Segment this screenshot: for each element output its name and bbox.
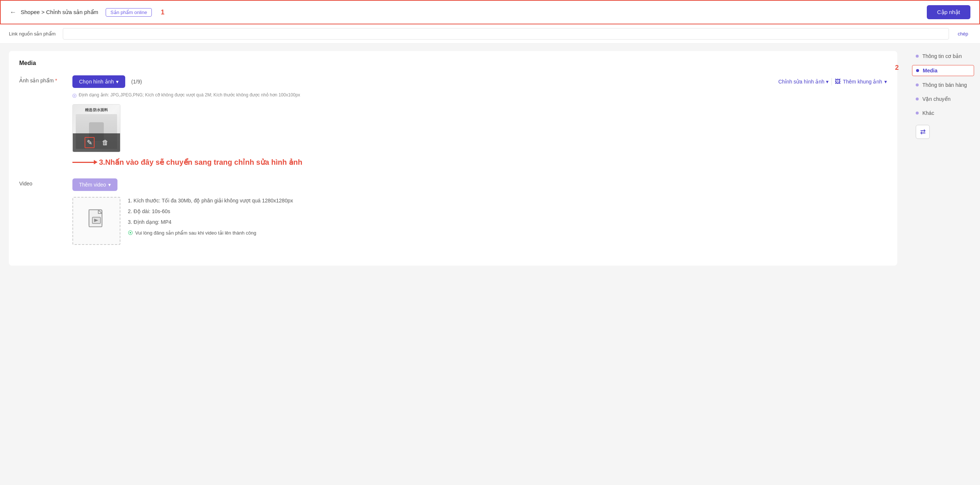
video-info-content: 1. Kích thước: Tối đa 30Mb, độ phân giải… <box>128 197 293 236</box>
arrow-annotation: 3.Nhấn vào đây sẽ chuyển sang trang chỉn… <box>72 158 887 167</box>
header-left: ← Shopee > Chỉnh sửa sản phẩm Sản phẩm o… <box>10 8 164 17</box>
link-row-input[interactable] <box>63 28 949 40</box>
video-info-item-3: 3. Định dạng: MP4 <box>128 218 293 226</box>
vertical-divider <box>832 78 832 85</box>
sidebar-dot <box>916 55 919 57</box>
video-info-list: 1. Kích thước: Tối đa 30Mb, độ phân giải… <box>128 197 293 226</box>
translate-icon: ⇄ <box>920 128 926 136</box>
sidebar-label: Thông tin cơ bản <box>923 53 962 59</box>
delete-image-icon[interactable]: 🗑 <box>102 139 108 147</box>
sidebar-label: Vận chuyển <box>923 96 950 102</box>
sidebar-dot <box>916 83 919 86</box>
hint-icon: ⦾ <box>72 93 76 99</box>
thumbnail-area: 精选 防水面料 ✎ 🗑 <box>72 104 121 152</box>
link-row: Link nguồn sản phẩm chép <box>0 24 980 44</box>
video-file-icon <box>87 209 106 233</box>
sidebar-dot-active <box>916 69 919 72</box>
photo-form-content: Chọn hình ảnh ▾ (1/9) Chỉnh sửa hình ảnh… <box>72 75 887 167</box>
media-section: Media Ảnh sản phẩm * Chọn hình ảnh ▾ (1/… <box>9 51 897 266</box>
image-hint: ⦾ Định dạng ảnh: JPG,JPEG,PNG; Kích cỡ k… <box>72 92 887 99</box>
edit-image-icon[interactable]: ✎ <box>84 137 95 148</box>
sidebar-label: Khác <box>923 110 934 116</box>
video-note-text: Vui lòng đăng sản phẩm sau khi video tải… <box>135 230 256 236</box>
video-info-item-1: 1. Kích thước: Tối đa 30Mb, độ phân giải… <box>128 197 293 205</box>
annotation-2: 2 <box>895 64 899 72</box>
back-button[interactable]: ← <box>10 8 16 16</box>
main-layout: Media Ảnh sản phẩm * Chọn hình ảnh ▾ (1/… <box>0 44 980 485</box>
edit-overlay: ✎ 🗑 <box>73 134 120 152</box>
them-video-button[interactable]: Thêm video ▾ <box>72 178 118 191</box>
video-note: ⦿ Vui lòng đăng sản phẩm sau khi video t… <box>128 230 293 236</box>
cap-nhat-button[interactable]: Cập nhật <box>927 5 970 19</box>
sidebar-label: Thông tin bán hàng <box>923 82 967 88</box>
them-khung-anh-button[interactable]: 🖼 Thêm khung ảnh ▾ <box>835 78 887 85</box>
sidebar-item-thong-tin-co-ban[interactable]: Thông tin cơ bản <box>912 51 974 61</box>
status-badge: Sản phẩm online <box>106 8 152 17</box>
photo-label: Ảnh sản phẩm * <box>19 75 64 167</box>
video-placeholder[interactable] <box>72 197 121 245</box>
product-thumbnail: 精选 防水面料 ✎ 🗑 <box>72 104 121 152</box>
link-row-label: Link nguồn sản phẩm <box>9 31 57 37</box>
image-frame-icon: 🖼 <box>835 78 841 85</box>
required-star: * <box>55 78 57 83</box>
chon-hinh-anh-button[interactable]: Chọn hình ảnh ▾ <box>72 75 125 88</box>
sidebar-item-van-chuyen[interactable]: Vận chuyển <box>912 94 974 104</box>
video-form-row: Video Thêm video ▾ <box>19 178 887 245</box>
breadcrumb: Shopee > Chỉnh sửa sản phẩm <box>21 9 98 16</box>
chevron-down-icon: ▾ <box>116 79 119 84</box>
arrow-line <box>72 162 95 163</box>
chevron-down-icon: ▾ <box>108 182 111 188</box>
sidebar-label: Media <box>923 68 937 73</box>
sidebar-item-thong-tin-ban-hang[interactable]: Thông tin bán hàng <box>912 80 974 90</box>
video-form-content: Thêm video ▾ <box>72 178 887 245</box>
annotation-1: 1 <box>161 8 164 16</box>
media-section-title: Media <box>19 60 887 67</box>
right-sidebar: 2 Thông tin cơ bản Media Thông tin bán h… <box>906 44 980 485</box>
image-controls: Chọn hình ảnh ▾ (1/9) Chỉnh sửa hình ảnh… <box>72 75 887 88</box>
photo-form-row: Ảnh sản phẩm * Chọn hình ảnh ▾ (1/9) Chỉ <box>19 75 887 167</box>
video-upload-area: 1. Kích thước: Tối đa 30Mb, độ phân giải… <box>72 197 887 245</box>
check-circle-icon: ⦿ <box>128 230 133 236</box>
chevron-down-icon: ▾ <box>885 79 887 84</box>
video-label: Video <box>19 178 64 245</box>
arrow-image <box>72 162 95 163</box>
chevron-down-icon: ▾ <box>826 79 829 84</box>
product-text: 精选 防水面料 <box>85 108 108 113</box>
header: ← Shopee > Chỉnh sửa sản phẩm Sản phẩm o… <box>0 0 980 24</box>
chinh-sua-hinh-anh-button[interactable]: Chỉnh sửa hình ảnh ▾ <box>778 79 829 84</box>
sidebar-dot <box>916 97 919 100</box>
translate-button[interactable]: ⇄ <box>916 125 930 139</box>
sidebar-item-media[interactable]: Media <box>912 65 974 76</box>
content-area: Media Ảnh sản phẩm * Chọn hình ảnh ▾ (1/… <box>0 44 906 485</box>
annotation-text: 3.Nhấn vào đây sẽ chuyển sang trang chỉn… <box>99 158 302 167</box>
sidebar-item-khac[interactable]: Khác <box>912 108 974 118</box>
image-count: (1/9) <box>131 79 142 84</box>
image-edit-controls: Chỉnh sửa hình ảnh ▾ 🖼 Thêm khung ảnh ▾ <box>778 78 887 85</box>
video-info-item-2: 2. Độ dài: 10s-60s <box>128 208 293 215</box>
sidebar-dot <box>916 111 919 114</box>
chep-button[interactable]: chép <box>955 31 971 37</box>
